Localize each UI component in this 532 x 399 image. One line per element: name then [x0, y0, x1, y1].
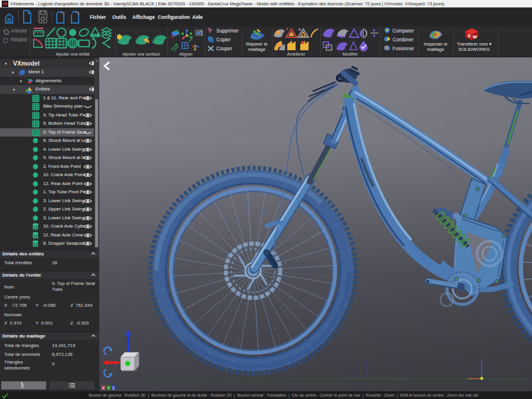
svg-text:Z: Z	[112, 386, 115, 390]
svg-text:W: W	[473, 34, 478, 40]
svg-text:Y: Y	[107, 386, 110, 390]
svg-text:S: S	[468, 33, 471, 38]
svg-text:X: X	[102, 386, 105, 390]
